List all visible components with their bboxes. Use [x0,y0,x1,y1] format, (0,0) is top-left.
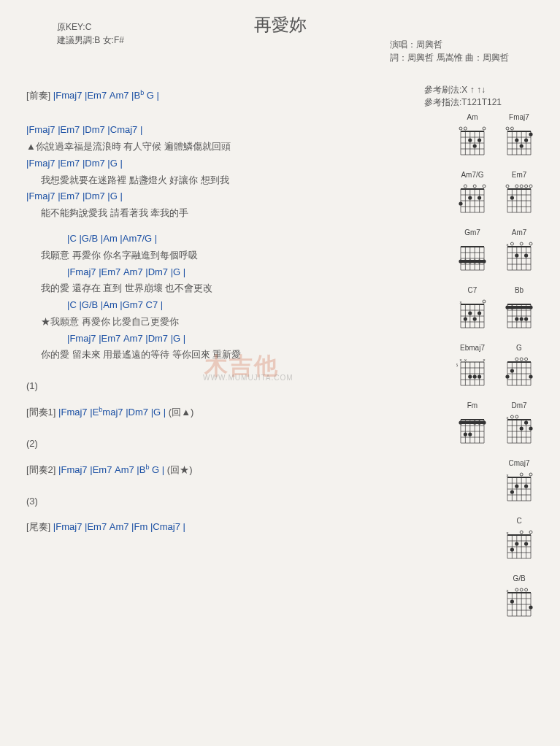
svg-point-14 [477,138,481,142]
svg-point-185 [482,420,486,424]
svg-point-98 [520,242,523,245]
svg-point-81 [477,259,481,263]
svg-point-62 [529,185,532,188]
svg-point-33 [515,138,518,142]
lyric-line: 我的愛 還存在 直到 世界崩壞 也不會更改 [26,281,435,296]
svg-point-132 [529,305,532,309]
chord-diagram-row: G/Bx [448,574,535,619]
svg-point-28 [510,127,513,130]
chord-diagram-Gm7: Gm7 [456,228,488,273]
svg-point-137 [505,305,509,309]
svg-point-237 [520,531,523,534]
finger-pattern: 參考指法:T121T121 [424,96,502,109]
svg-text:x: x [507,588,509,593]
chord-diagram-Dm7: Dm7x [503,401,535,446]
svg-point-186 [477,420,481,424]
chord-diagram-Am7-G: Am7/G [456,171,488,215]
chord-line: [前奏] |Fmaj7 |Em7 Am7 |Bb G | [26,88,435,104]
chord-diagram-Am: Am [456,113,488,158]
svg-rect-131 [506,306,532,309]
chord-line: |Fmaj7 |Em7 |Dm7 |G | [26,156,435,172]
chord-diagram-row: C7xBb [448,286,535,331]
lyricist-composer: 詞：周興哲 馬嵩惟 曲：周興哲 [390,51,509,64]
svg-point-117 [473,317,477,320]
svg-point-82 [473,259,477,263]
svg-point-171 [510,369,514,372]
chord-diagram-row: AmFmaj7 [448,113,535,158]
svg-text:x: x [507,531,509,535]
svg-point-50 [459,201,462,205]
chord-diagram-Am7: Am7x [503,228,535,273]
svg-point-253 [525,588,528,591]
svg-point-220 [520,473,523,476]
svg-point-16 [468,138,472,142]
original-key: 原KEY:C [57,20,124,34]
svg-point-11 [483,127,486,130]
credits: 演唱：周興哲 詞：周興哲 馬嵩惟 曲：周興哲 [390,38,509,64]
chord-diagram-C: Cx [503,517,535,561]
svg-point-189 [464,432,467,436]
chord-diagram-C7: C7x [456,286,488,331]
svg-point-63 [525,185,528,188]
svg-point-170 [529,374,532,378]
svg-point-169 [515,358,518,361]
svg-point-64 [520,185,523,188]
singer: 演唱：周興哲 [390,38,509,51]
svg-point-153 [473,374,477,378]
svg-point-224 [510,490,514,493]
svg-point-187 [473,420,477,424]
pattern-info: 參考刷法:X ↑ ↑↓ 參考指法:T121T121 [424,84,502,109]
svg-point-118 [468,311,472,315]
lyric-line: ★我願意 再愛你 比愛自己更愛你 [26,315,435,330]
svg-point-49 [468,196,472,199]
svg-point-46 [473,185,476,188]
svg-point-133 [524,317,528,320]
chord-line: [間奏2] |Fmaj7 |Em7 Am7 |Bb G | (回★) [26,462,435,478]
svg-point-167 [525,358,528,361]
svg-point-255 [515,588,518,591]
svg-point-45 [483,185,486,188]
chord-diagram-Cmaj7: Cmaj7x [503,459,535,504]
svg-point-101 [524,253,528,257]
chord-line: |Fmaj7 |Em7 |Dm7 |G | [26,189,435,204]
chord-diagram-row: Cmaj7x [448,459,535,504]
key-info: 原KEY:C 建議男調:B 女:F# [57,20,124,47]
chord-diagram-row: Am7/GEm7 [448,171,535,215]
svg-point-223 [515,484,518,488]
section-marker: (3) [26,494,435,509]
svg-point-83 [468,259,472,263]
svg-point-203 [510,415,513,418]
svg-point-135 [515,317,518,320]
svg-point-172 [505,374,509,378]
chord-diagram-G: G [503,344,535,388]
lyric-line: 能不能夠說愛我 請看著我 牽我的手 [26,206,435,221]
svg-point-241 [510,547,514,551]
svg-point-219 [529,473,532,476]
svg-point-31 [524,138,528,142]
chord-line: |Fmaj7 |Em7 Am7 |Dm7 |G | [26,331,435,347]
chord-diagram-column: AmFmaj7Am7/GEm7Gm7Am7xC7xBbEbmaj7xxx6GFm… [448,113,535,632]
chord-line: |C |G/B |Am |Gm7 C7 | [26,298,435,313]
lyric-line: ▲你說過幸福是流浪時 有人守候 遍體鱗傷就回頭 [26,139,435,155]
chord-sheet: [前奏] |Fmaj7 |Em7 Am7 |Bb G ||Fmaj7 |Em7 … [26,88,435,537]
chord-diagram-row: Ebmaj7xxx6G [448,344,535,388]
svg-point-84 [464,259,467,263]
svg-point-29 [506,127,509,130]
svg-point-67 [510,196,514,199]
section-marker: (2) [26,437,435,452]
section-marker: (1) [26,379,435,394]
svg-point-85 [459,259,462,263]
chord-diagram-G-B: G/Bx [503,574,535,619]
svg-point-99 [510,242,513,245]
svg-point-206 [524,420,528,424]
chord-line: |C |G/B |Am |Am7/G | [26,231,435,247]
lyric-line: 我願意 再愛你 你名字融進到每個呼吸 [26,248,435,264]
svg-text:x: x [483,358,486,362]
svg-point-257 [529,605,532,609]
chord-line: [間奏1] |Fmaj7 |Ebmaj7 |Dm7 |G | (回▲) [26,404,435,420]
svg-point-48 [477,196,481,199]
svg-point-116 [477,311,481,315]
svg-point-136 [510,305,514,309]
svg-point-13 [459,127,462,130]
svg-point-97 [529,242,532,245]
